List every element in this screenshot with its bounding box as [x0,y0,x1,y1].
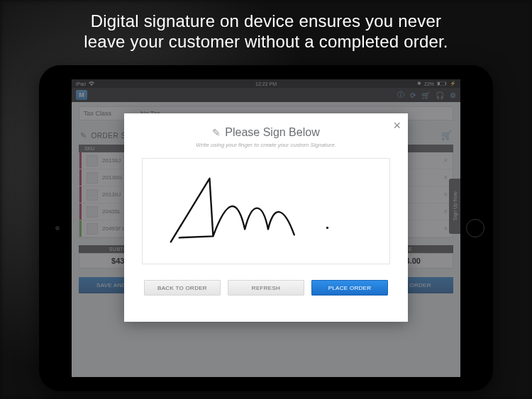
modal-title: Please Sign Below [225,126,319,139]
svg-point-3 [326,227,328,229]
close-icon[interactable]: × [393,119,401,132]
pencil-icon: ✎ [212,127,221,138]
promo-headline: Digital signature on device ensures you … [0,11,532,52]
modal-button-row: BACK TO ORDER REFRESH PLACE ORDER [137,280,395,296]
headline-line1: Digital signature on device ensures you … [91,11,442,30]
signature-modal: × ✎ Please Sign Below Write using your f… [124,113,408,322]
place-order-modal-button[interactable]: PLACE ORDER [311,280,388,296]
modal-title-row: ✎ Please Sign Below [137,126,395,139]
headline-line2: leave your customer without a completed … [84,32,448,51]
refresh-signature-button[interactable]: REFRESH [228,280,304,296]
back-to-order-button[interactable]: BACK TO ORDER [144,280,221,296]
signature-canvas[interactable] [142,158,390,264]
signature-stroke [143,159,389,264]
modal-subtitle: Write using your finger to create your c… [137,142,395,148]
ipad-screen: iPad 12:22 PM ✱ 22% ⚡ M ⓘ ⟳ 🛒 [72,79,460,377]
ipad-frame: iPad 12:22 PM ✱ 22% ⚡ M ⓘ ⟳ 🛒 [39,65,493,391]
